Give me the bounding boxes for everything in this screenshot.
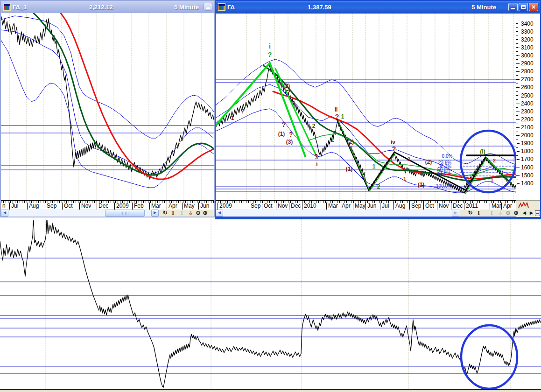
- x-axis-label: Sep: [409, 203, 421, 210]
- bottom-chart-canvas[interactable]: [0, 219, 541, 392]
- x-axis-label: Jul: [380, 203, 389, 210]
- elliott-line-green: [275, 69, 317, 158]
- minimize-icon: [206, 7, 210, 9]
- x-axis-label: Jun: [365, 203, 376, 210]
- vscale-icon[interactable]: ↕: [488, 210, 495, 216]
- x-axis-label: Nov: [79, 203, 91, 210]
- left-x-axis: nJulAugSepOctNovDec2009FebMarAprMayJun: [1, 200, 214, 210]
- page-icon[interactable]: [535, 210, 540, 216]
- price-axis[interactable]: 3400330032003100300029002800270026002500…: [516, 14, 540, 200]
- right-x-axis: 2009SepOctNovDec2010MarAprMayJunJulAugSe…: [216, 200, 516, 210]
- x-axis-label: Feb: [132, 203, 144, 210]
- x-axis-label: Nov: [437, 203, 449, 210]
- x-axis-label: n: [1, 203, 6, 210]
- refresh-icon[interactable]: ↻: [162, 210, 169, 216]
- window-title: ΓΔ: [227, 4, 235, 11]
- scrollbar-track[interactable]: [216, 210, 460, 217]
- zoomin-icon[interactable]: ⊕: [513, 210, 520, 216]
- prev-icon[interactable]: ◀: [521, 210, 528, 216]
- move-icon[interactable]: ↔↕: [497, 210, 504, 216]
- x-axis-label: Mar: [326, 203, 338, 210]
- x-axis-label: Dec: [451, 203, 463, 210]
- y-axis-label: 3400: [521, 21, 534, 27]
- periodicity-label: 5 Minute: [174, 4, 199, 11]
- bottom-axis-strip: [0, 389, 541, 392]
- x-axis-label: Dec: [97, 203, 108, 210]
- move-icon[interactable]: ↔↕: [187, 210, 194, 216]
- refresh-icon[interactable]: ↻: [467, 210, 474, 216]
- x-axis-label: May: [353, 203, 365, 210]
- highlight-circle: [461, 325, 517, 389]
- chart-window-gd1[interactable]: ΓΔ_1 2,212.12 5 Minute nJulAugSepOctNovD…: [0, 0, 215, 217]
- x-axis-label: Aug: [393, 203, 405, 210]
- minimize-icon: [511, 8, 515, 9]
- vscale-icon[interactable]: ↕: [178, 210, 185, 216]
- x-axis-label: Oct: [423, 203, 434, 210]
- left-scrollbar-row: ◀ ▶ ↻I↕↔↕⊖⊕: [1, 210, 214, 217]
- right-scrollbar-row: ◀ ▶ ↻I↕↔↕⊖⊕◀▶: [216, 210, 540, 217]
- elliott-line-black: [337, 119, 369, 190]
- y-axis-label: 1500: [521, 173, 534, 178]
- close-button[interactable]: ×: [529, 3, 538, 11]
- y-axis-label: 2700: [521, 77, 534, 82]
- y-axis-label: 1800: [521, 148, 534, 154]
- scrollbar-thumb[interactable]: [105, 210, 145, 217]
- y-axis-label: 3100: [521, 45, 534, 50]
- x-axis-label: Oct: [262, 203, 273, 210]
- price: [0, 220, 541, 387]
- scroll-left-arrow[interactable]: ◀: [1, 210, 8, 217]
- window-titlebar[interactable]: ΓΔ_1 2,212.12 5 Minute: [1, 1, 214, 13]
- bollinger-mid: [1, 30, 214, 174]
- x-axis-label: Apr: [167, 203, 177, 210]
- scroll-left-arrow[interactable]: ◀: [216, 210, 223, 217]
- y-axis-label: 1700: [521, 156, 534, 162]
- x-axis-label: May: [182, 203, 195, 210]
- ibeam-icon[interactable]: I: [169, 210, 176, 216]
- window-titlebar[interactable]: ΓΔ 1,387.59 5 Minute ×: [216, 1, 540, 14]
- scroll-right-arrow[interactable]: ▶: [452, 210, 459, 217]
- x-axis-label: Mar: [149, 203, 161, 210]
- chart-window-gd[interactable]: ΓΔ 1,387.59 5 Minute × i?(2)??1?(1)?(3)?…: [215, 0, 541, 219]
- y-axis-label: 3300: [521, 29, 534, 35]
- app-chart-icon: [218, 3, 225, 11]
- right-chart-plot[interactable]: i?(2)??1?(1)?(3)?iii?122(2)(1)12iv?21(2)…: [216, 14, 516, 200]
- left-chart-plot[interactable]: [1, 13, 214, 200]
- elliott-line-black: [394, 152, 467, 191]
- minimize-button[interactable]: [204, 3, 212, 11]
- y-axis-label: 3000: [521, 53, 534, 58]
- ma-green: [34, 13, 214, 175]
- right-chart-canvas[interactable]: [216, 14, 516, 200]
- y-axis-label: 2200: [521, 117, 534, 122]
- zoomin-icon[interactable]: ⊕: [202, 210, 209, 216]
- y-axis-label: 1400: [521, 181, 534, 186]
- elliott-line-black: [369, 152, 394, 190]
- y-axis-label: 2600: [521, 84, 534, 90]
- scroll-right-arrow[interactable]: ▶: [151, 210, 159, 217]
- zoomout-icon[interactable]: ⊖: [505, 210, 512, 216]
- y-axis-label: 2300: [521, 109, 534, 114]
- ibeam-icon[interactable]: I: [475, 210, 482, 216]
- x-axis-label: 2009: [218, 203, 232, 210]
- window-title: ΓΔ_1: [13, 4, 27, 11]
- x-axis-label: Sep: [45, 203, 56, 210]
- x-axis-label: Oct: [62, 203, 73, 210]
- left-chart-canvas[interactable]: [1, 13, 214, 200]
- maximize-icon: [521, 5, 526, 9]
- minimize-button[interactable]: [508, 3, 518, 11]
- current-price: 1,387.59: [308, 4, 331, 11]
- zoomout-icon[interactable]: ⊖: [195, 210, 202, 216]
- metastock-logo-icon: [518, 202, 529, 209]
- current-price: 2,212.12: [89, 4, 113, 11]
- x-axis-label: Jun: [198, 203, 209, 210]
- mdi-workspace: ΓΔ_1 2,212.12 5 Minute nJulAugSepOctNovD…: [0, 0, 541, 392]
- maximize-button[interactable]: [519, 3, 528, 11]
- y-axis-label: 2500: [521, 93, 534, 98]
- price: [217, 65, 516, 193]
- x-axis-label: Jul: [9, 203, 18, 210]
- app-chart-icon: [3, 3, 11, 11]
- y-axis-label: 1600: [521, 165, 534, 170]
- x-axis-label: Nov: [276, 203, 288, 210]
- next-icon[interactable]: ▶: [528, 210, 535, 216]
- x-axis-label: 2011: [464, 203, 478, 210]
- x-axis-label: 2010: [302, 203, 316, 210]
